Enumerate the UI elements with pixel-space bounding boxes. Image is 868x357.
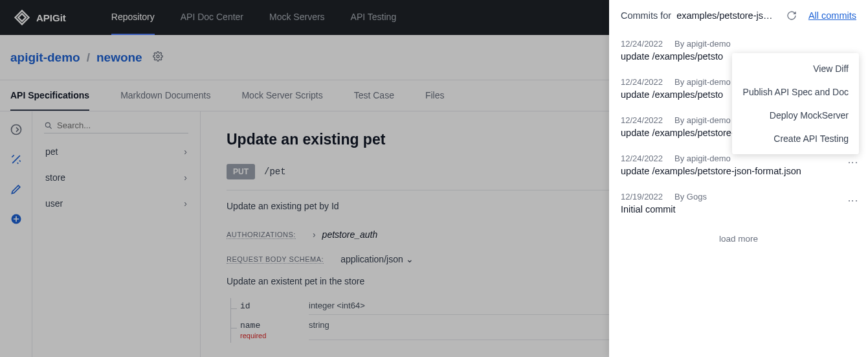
chevron-right-icon: › [184,198,187,209]
tab-api-doc-center[interactable]: API Doc Center [181,0,243,35]
ctx-deploy-mockserver[interactable]: Deploy MockServer [732,104,859,127]
pencil-icon[interactable] [10,183,23,196]
tree-item-pet[interactable]: pet › [40,139,192,165]
top-tabs: Repository API Doc Center Mock Servers A… [111,0,396,35]
tab-api-testing[interactable]: API Testing [351,0,397,35]
ctx-publish-api-spec[interactable]: Publish API Spec and Doc [732,80,859,104]
chevron-right-icon[interactable]: › [313,229,316,240]
gear-icon[interactable] [153,51,163,65]
svg-point-6 [45,122,50,127]
subtab-markdown-documents[interactable]: Markdown Documents [120,81,210,111]
search-input[interactable] [57,121,188,130]
brand-text: APIGit [36,12,66,23]
breadcrumb-repo[interactable]: newone [96,51,142,65]
tree-item-store[interactable]: store › [40,165,192,190]
ctx-view-diff[interactable]: View Diff [732,57,859,80]
plus-circle-icon[interactable] [10,213,23,225]
breadcrumb-org[interactable]: apigit-demo [10,51,80,65]
drawer-file: examples/petstore-js… [676,10,772,21]
commit-message: update /examples/petsto [621,51,737,62]
ctx-create-api-testing[interactable]: Create API Testing [732,127,859,150]
search-icon [44,121,53,130]
all-commits-link[interactable]: All commits [808,10,856,21]
commit-context-menu: View Diff Publish API Spec and Doc Deplo… [732,53,859,154]
tree-item-user[interactable]: user › [40,190,192,216]
auth-name: petstore_auth [322,229,378,240]
tab-repository[interactable]: Repository [111,0,155,35]
schema-type-select[interactable]: application/json ⌄ [340,254,414,264]
chevron-down-icon: ⌄ [406,254,414,264]
target-icon[interactable] [10,123,23,136]
more-icon[interactable]: ⋮ [847,157,859,168]
tab-mock-servers[interactable]: Mock Servers [269,0,325,35]
drawer-header: Commits for examples/petstore-js… All co… [609,0,868,31]
more-icon[interactable]: ⋮ [847,196,859,206]
wand-icon[interactable] [10,153,23,166]
subtab-mock-server-scripts[interactable]: Mock Server Scripts [241,81,322,111]
authorizations-label: AUTHORIZATIONS: [227,231,296,239]
chevron-right-icon: › [184,172,187,183]
request-body-label: REQUEST BODY SCHEMA: [227,255,324,264]
subtab-test-case[interactable]: Test Case [354,81,394,111]
refresh-icon[interactable] [786,10,797,21]
drawer-label: Commits for [621,10,671,21]
commit-item[interactable]: 12/19/2022By Gogs Initial commit ⋮ [621,184,856,222]
property-name: id [240,301,250,311]
brand-logo[interactable]: APIGit [13,8,66,27]
left-rail [0,111,32,357]
commit-message: update /examples/petstore-json-format.js… [621,166,856,176]
logo-icon [13,8,31,27]
breadcrumb: apigit-demo / newone [10,51,163,65]
svg-point-4 [11,125,21,135]
property-name: name [240,321,260,330]
breadcrumb-sep: / [87,51,90,65]
endpoint-path: /pet [264,167,286,177]
commit-message: update /examples/petsto [621,89,737,100]
search-box [44,118,188,133]
method-badge: PUT [227,164,255,179]
tree-panel: pet › store › user › [32,111,201,357]
svg-point-0 [157,55,159,58]
commit-message: Initial commit [621,204,856,214]
chevron-right-icon: › [184,146,187,157]
subtab-api-specifications[interactable]: API Specifications [10,81,89,111]
load-more-button[interactable]: load more [609,222,868,255]
subtab-files[interactable]: Files [425,81,445,111]
required-label: required [240,332,266,340]
